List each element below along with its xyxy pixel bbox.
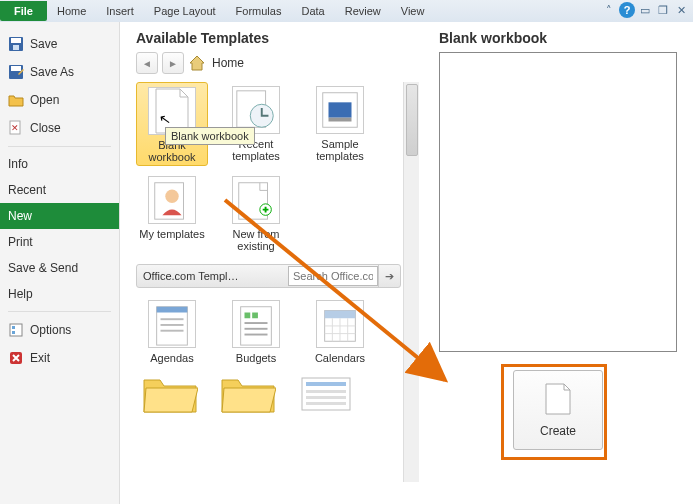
sidebar-label: Save As xyxy=(30,65,74,79)
sidebar-label: Save & Send xyxy=(8,261,78,275)
sidebar-close[interactable]: ✕ Close xyxy=(0,114,119,142)
officecom-cat-agendas[interactable]: Agendas xyxy=(136,296,208,366)
tab-home[interactable]: Home xyxy=(47,1,96,21)
exit-icon xyxy=(8,350,24,366)
svg-rect-41 xyxy=(306,396,346,399)
sidebar-label: Recent xyxy=(8,183,46,197)
officecom-templates-bar: Office.com Templ… ➔ xyxy=(136,264,401,288)
sidebar-recent[interactable]: Recent xyxy=(0,177,119,203)
sidebar-label: Close xyxy=(30,121,61,135)
sidebar-label: Info xyxy=(8,157,28,171)
agendas-thumb xyxy=(148,300,196,348)
svg-rect-4 xyxy=(11,66,21,71)
sidebar-info[interactable]: Info xyxy=(0,151,119,177)
help-icon[interactable]: ? xyxy=(619,2,635,18)
template-label: Calendars xyxy=(306,352,374,364)
svg-rect-8 xyxy=(12,326,15,329)
sidebar-label: Print xyxy=(8,235,33,249)
sidebar-save[interactable]: Save xyxy=(0,30,119,58)
sidebar-options[interactable]: Options xyxy=(0,316,119,344)
tab-view[interactable]: View xyxy=(391,1,435,21)
svg-rect-40 xyxy=(306,390,346,393)
new-from-existing-thumb xyxy=(232,176,280,224)
minimize-icon[interactable]: ▭ xyxy=(637,2,653,18)
sidebar-new[interactable]: New xyxy=(0,203,119,229)
available-templates-heading: Available Templates xyxy=(136,30,419,46)
svg-rect-28 xyxy=(245,322,268,324)
sidebar-help[interactable]: Help xyxy=(0,281,119,307)
options-icon xyxy=(8,322,24,338)
svg-rect-1 xyxy=(11,38,21,43)
sidebar-save-as[interactable]: Save As xyxy=(0,58,119,86)
sidebar-label: Exit xyxy=(30,351,50,365)
template-label: My templates xyxy=(138,228,206,240)
sidebar-print[interactable]: Print xyxy=(0,229,119,255)
sidebar-label: Help xyxy=(8,287,33,301)
close-doc-icon: ✕ xyxy=(8,120,24,136)
template-label: New from existing xyxy=(222,228,290,252)
template-recent[interactable]: Recent templates xyxy=(220,82,292,166)
sidebar-label: Save xyxy=(30,37,57,51)
svg-point-17 xyxy=(165,190,178,203)
restore-icon[interactable]: ❐ xyxy=(655,2,671,18)
template-breadcrumb-bar: ◄ ► Home xyxy=(136,52,419,74)
backstage-sidebar: Save Save As Open ✕ Close Info Recent Ne… xyxy=(0,22,120,504)
folder-list-icon[interactable] xyxy=(298,372,354,414)
close-window-icon[interactable]: ✕ xyxy=(673,2,689,18)
preview-heading: Blank workbook xyxy=(439,30,677,46)
svg-rect-39 xyxy=(306,382,346,386)
svg-rect-32 xyxy=(325,311,356,319)
svg-rect-27 xyxy=(252,313,258,319)
scrollbar-thumb[interactable] xyxy=(406,84,418,156)
my-templates-thumb xyxy=(148,176,196,224)
sidebar-save-send[interactable]: Save & Send xyxy=(0,255,119,281)
officecom-label: Office.com Templ… xyxy=(137,270,288,282)
template-blank-workbook[interactable]: ↖ Blank workbook Blank workbook xyxy=(136,82,208,166)
budgets-thumb xyxy=(232,300,280,348)
open-icon xyxy=(8,92,24,108)
template-my-templates[interactable]: My templates xyxy=(136,172,208,254)
svg-rect-7 xyxy=(10,324,22,336)
officecom-cat-calendars[interactable]: Calendars xyxy=(304,296,376,366)
tab-review[interactable]: Review xyxy=(335,1,391,21)
template-tooltip: Blank workbook xyxy=(165,127,255,145)
preview-panel: Blank workbook Create xyxy=(423,22,693,504)
folder-icon[interactable] xyxy=(220,372,276,414)
svg-rect-29 xyxy=(245,328,268,330)
window-controls: ˄ ? ▭ ❐ ✕ xyxy=(601,2,689,18)
template-sample[interactable]: Sample templates xyxy=(304,82,376,166)
sidebar-label: Open xyxy=(30,93,59,107)
sidebar-label: New xyxy=(8,209,32,223)
tab-formulas[interactable]: Formulas xyxy=(226,1,292,21)
officecom-search-button[interactable]: ➔ xyxy=(378,265,400,287)
template-new-from-existing[interactable]: New from existing xyxy=(220,172,292,254)
folder-icon[interactable] xyxy=(142,372,198,414)
sidebar-exit[interactable]: Exit xyxy=(0,344,119,372)
breadcrumb-home[interactable]: Home xyxy=(212,56,244,70)
sidebar-open[interactable]: Open xyxy=(0,86,119,114)
svg-rect-26 xyxy=(245,313,251,319)
svg-rect-24 xyxy=(161,330,184,332)
nav-back-button[interactable]: ◄ xyxy=(136,52,158,74)
tab-page-layout[interactable]: Page Layout xyxy=(144,1,226,21)
svg-rect-2 xyxy=(13,45,19,50)
available-templates-panel: Available Templates ◄ ► Home ↖ Blank wor… xyxy=(120,22,423,504)
annotation-highlight xyxy=(501,364,607,460)
tab-insert[interactable]: Insert xyxy=(96,1,144,21)
cursor-icon: ↖ xyxy=(158,110,173,128)
chevron-up-icon[interactable]: ˄ xyxy=(601,2,617,18)
officecom-cat-budgets[interactable]: Budgets xyxy=(220,296,292,366)
tab-data[interactable]: Data xyxy=(291,1,334,21)
sidebar-label: Options xyxy=(30,323,71,337)
nav-forward-button[interactable]: ► xyxy=(162,52,184,74)
template-label: Sample templates xyxy=(306,138,374,162)
home-icon xyxy=(188,54,206,72)
template-label: Budgets xyxy=(222,352,290,364)
tab-file[interactable]: File xyxy=(0,1,47,21)
template-scrollbar[interactable] xyxy=(403,82,419,482)
svg-rect-9 xyxy=(12,331,15,334)
svg-rect-22 xyxy=(161,319,184,321)
svg-rect-30 xyxy=(245,334,268,336)
officecom-search-input[interactable] xyxy=(288,266,378,286)
svg-rect-42 xyxy=(306,402,346,405)
